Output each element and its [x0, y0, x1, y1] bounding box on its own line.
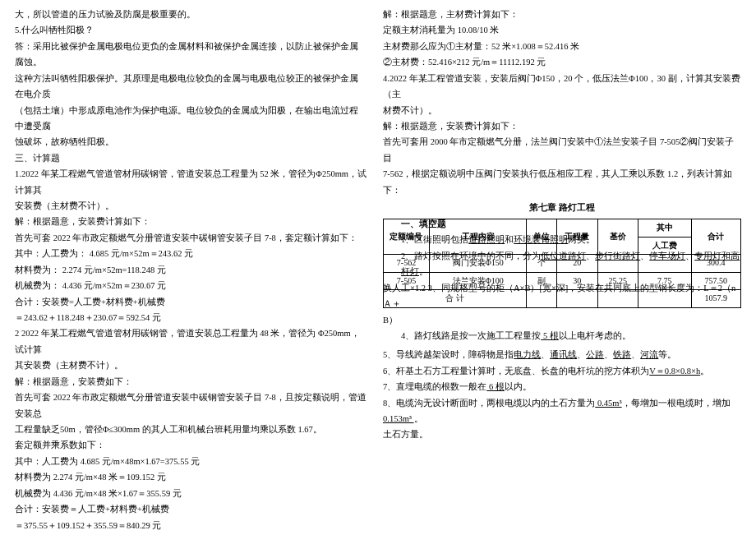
td: 30 — [557, 272, 598, 290]
para: 2 2022 年某工程燃气管道管材用碳钢管，管道安装总工程量为 48 米，管径为… — [15, 325, 366, 357]
para: 机械费为： 4.436 元/m×52m＝230.67 元 — [15, 278, 366, 293]
para: 答：采用比被保护金属电极电位更负的金属材料和被保护金属连接，以防止被保护金属腐蚀… — [15, 39, 366, 71]
para: 7-562，根据定额说明中压阀门安装执行低压相应工程，其人工乘以系数 1.2，列… — [383, 166, 741, 198]
para: 材料费为 2.274 元/m×48 米＝109.152 元 — [15, 469, 366, 485]
para: ＝375.55＋109.152＋355.59＝840.29 元 — [15, 518, 366, 533]
para: 4.2022 年某工程管道安装，安装后阀门Φ150，20 个，低压法兰Φ100，… — [383, 71, 741, 103]
para: ②主材费：52.416×212 元/m＝11112.192 元 — [383, 54, 741, 70]
td — [597, 255, 638, 273]
fill-item: B） — [383, 312, 741, 328]
para: 其中：人工费为 4.685 元/m×48m×1.67=375.55 元 — [15, 454, 366, 469]
para: 土石方量。 — [383, 427, 741, 442]
fill-item: 6、杆基土石方工程量计算时，无底盘、长盘的电杆坑的挖方体积为V＝0.8×0.8×… — [383, 363, 741, 379]
para: 工程量缺乏50m，管径Φ≤300mm 的其人工和机械台班耗用量均乘以系数 1.6… — [15, 422, 366, 437]
para: （包括土壤）中形成原电池作为保护电源。电位较负的金属成为阳极，在输出电流过程中遭… — [15, 103, 366, 135]
para: 主材费那么应为①主材量：52 米×1.008＝52.416 米 — [383, 39, 741, 54]
para: 机械费为 4.436 元/m×48 米×1.67＝355.59 元 — [15, 486, 366, 501]
td: 20 — [557, 255, 598, 273]
th: 基价 — [597, 219, 638, 255]
th: 合计 — [691, 219, 740, 255]
td — [638, 255, 692, 273]
para: 材料费为： 2.274 元/m×52m=118.248 元 — [15, 262, 366, 278]
td: 25.25 — [597, 272, 638, 290]
th-sub: 人工费 — [638, 237, 692, 255]
para: 其安装费（主材费不计）。 — [15, 357, 366, 373]
para: 合计：安装费=人工费+材料费+机械费 — [15, 294, 366, 310]
td: 757.50 — [691, 272, 740, 290]
para: 首先可套 2022 年市政定额燃气分册管道安装中碳钢管安装子目 7-8，且按定额… — [15, 390, 366, 422]
left-column: 大，所以管道的压力试验及防腐是极重要的。 5.什么叫牺牲阳极？ 答：采用比被保护… — [15, 7, 378, 528]
fill-item: 7、直埋电缆的根数一般在 6 根以内。 — [383, 379, 741, 394]
chapter-title: 第七章 路灯工程 — [383, 200, 741, 215]
para: 蚀破坏，故称牺牲阳极。 — [15, 134, 366, 150]
para: 其中：人工费为： 4.685 元/m×52m＝243.62 元 — [15, 246, 366, 261]
para: 解：根据题意，安装费如下： — [15, 374, 366, 390]
para: 1.2022 年某工程燃气管道管材用碳钢管，管道安装总工程量为 52 米，管径为… — [15, 166, 366, 198]
table-row: 7-562 阀门安装Φ150 个 20 300.4 — [384, 255, 741, 273]
para: 5.什么叫牺牲阳极？ — [15, 22, 366, 38]
para: 安装费（主材费不计）。 — [15, 198, 366, 214]
para: 首先可套用 2000 年市定额燃气分册，法兰阀门安装中①法兰安装子目 7-505… — [383, 134, 741, 166]
td: 7-562 — [384, 255, 430, 273]
para: ＝243.62＋118.248＋230.67＝592.54 元 — [15, 310, 366, 325]
right-column: 解：根据题意，主材费计算如下： 定额主材消耗量为 10.08/10 米 主材费那… — [378, 7, 741, 528]
th: 工程内容 — [429, 219, 526, 255]
para: 解：根据题意，安装费计算如下： — [15, 214, 366, 229]
td: 个 — [527, 255, 557, 273]
para: 材费不计）。 — [383, 103, 741, 118]
td: 副 — [527, 272, 557, 290]
fill-item: 8、电缆沟无设计断面时，两根电缆以内的土石方量为 0.45m³，每增加一根电缆时… — [383, 395, 741, 427]
para: 合计：安装费＝人工费+材料费+机械费 — [15, 501, 366, 517]
calc-table: 定额编号 工程内容 单位 工程量 基价 其中 合计 人工费 7-562 阀门安装… — [383, 219, 741, 308]
td: 300.4 — [691, 255, 740, 273]
th: 工程量 — [557, 219, 598, 255]
para: 这种方法叫牺牲阳极保护。其原理是电极电位较负的金属与电极电位较正的被保护金属在电… — [15, 71, 366, 103]
para: 解：根据题意，安装费计算如下： — [383, 118, 741, 134]
td: 7.75 — [638, 272, 692, 290]
section-heading: 三、计算题 — [15, 150, 366, 166]
table-header-row: 定额编号 工程内容 单位 工程量 基价 其中 合计 — [384, 219, 741, 238]
td-sum-label: 合 计 — [384, 290, 527, 308]
para: 大，所以管道的压力试验及防腐是极重要的。 — [15, 7, 366, 22]
para: 套定额并乘系数如下： — [15, 437, 366, 453]
fill-item: 4、路灯线路是按一次施工工程量按 5 根以上电杆考虑的。 — [383, 328, 741, 344]
td: 阀门安装Φ150 — [429, 255, 526, 273]
th: 其中 — [638, 219, 692, 238]
para: 定额主材消耗量为 10.08/10 米 — [383, 22, 741, 38]
th: 单位 — [527, 219, 557, 255]
table-sum-row: 合 计 1057.9 — [384, 290, 741, 308]
td: 7-505 — [384, 272, 430, 290]
table-row: 7-505 法兰安装Φ100 副 30 25.25 7.75 757.50 — [384, 272, 741, 290]
para: 首先可套 2022 年市政定额燃气分册管道安装中碳钢管安装子目 7-8，套定额计… — [15, 230, 366, 246]
td: 法兰安装Φ100 — [429, 272, 526, 290]
td-sum-val: 1057.9 — [691, 290, 740, 308]
th: 定额编号 — [384, 219, 430, 255]
fill-item: 5、导线跨越架设时，障碍物是指电力线、通讯线、公路、铁路、河流等。 — [383, 347, 741, 362]
para: 解：根据题意，主材费计算如下： — [383, 7, 741, 22]
